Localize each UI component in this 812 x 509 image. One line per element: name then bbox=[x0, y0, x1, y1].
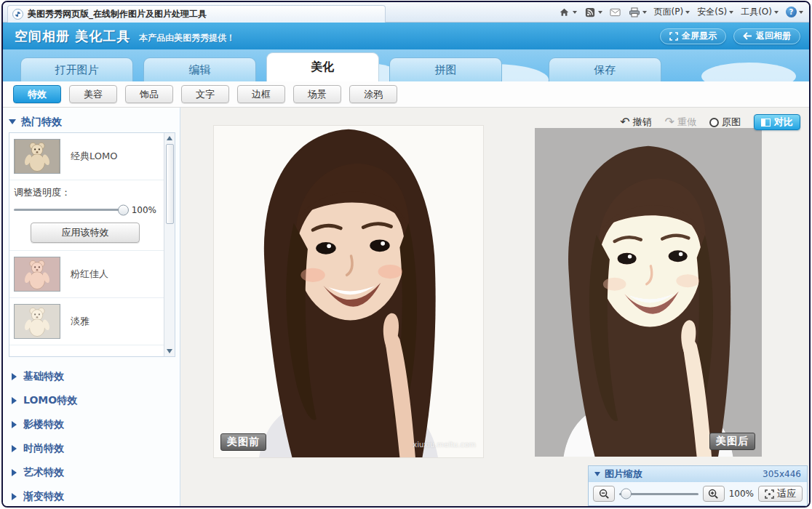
editor-canvas: ↶ 撤销 ↷ 重做 原图 对比 bbox=[180, 108, 809, 508]
print-button[interactable] bbox=[629, 7, 647, 17]
tool-doodle-button[interactable]: 涂鸦 bbox=[349, 85, 397, 103]
feeds-button[interactable] bbox=[584, 7, 602, 17]
home-icon bbox=[559, 7, 570, 17]
home-caret-icon bbox=[573, 11, 577, 14]
home-button[interactable] bbox=[559, 7, 577, 17]
category-label: LOMO特效 bbox=[23, 394, 77, 407]
beautify-toolbar: 特效 美容 饰品 文字 边框 场景 涂鸦 bbox=[3, 81, 809, 108]
main-tabbar: 打开图片 编辑 美化 拼图 保存 bbox=[3, 49, 809, 81]
effect-categories: 基础特效 LOMO特效 影楼特效 时尚特效 艺术特效 bbox=[9, 357, 175, 508]
menu-tools-label: 工具(O) bbox=[741, 6, 772, 18]
menu-page-label: 页面(P) bbox=[654, 6, 684, 18]
undo-icon: ↶ bbox=[620, 116, 629, 128]
menu-security[interactable]: 安全(S) bbox=[697, 6, 733, 18]
compare-label: 对比 bbox=[774, 116, 793, 129]
canvas-controls: ↶ 撤销 ↷ 重做 原图 对比 bbox=[620, 114, 800, 130]
compare-button[interactable]: 对比 bbox=[754, 114, 800, 130]
category-basic-effects[interactable]: 基础特效 bbox=[12, 364, 174, 388]
scroll-up-icon[interactable] bbox=[165, 133, 175, 143]
fullscreen-label: 全屏显示 bbox=[682, 30, 717, 42]
browser-tab[interactable]: 美图秀秀网页版_在线制作图片及图片处理工具 bbox=[7, 5, 386, 23]
tool-scene-button[interactable]: 场景 bbox=[293, 85, 341, 103]
category-label: 艺术特效 bbox=[23, 466, 64, 479]
zoom-out-button[interactable] bbox=[593, 486, 615, 502]
fullscreen-button[interactable]: 全屏显示 bbox=[660, 28, 726, 44]
tools-caret-icon bbox=[774, 11, 779, 14]
category-label: 基础特效 bbox=[23, 370, 64, 383]
page-title: 美图秀秀网页版_在线制作图片及图片处理工具 bbox=[28, 8, 207, 20]
effect-thumbnail bbox=[14, 304, 60, 339]
photo-before[interactable]: 美图前 xiuxiu.meitu.com bbox=[213, 125, 484, 458]
scroll-down-icon[interactable] bbox=[165, 346, 175, 356]
effect-name: 经典LOMO bbox=[71, 150, 117, 163]
effects-sidebar: 热门特效 经典LOMO 调整透明度： bbox=[3, 108, 180, 508]
browser-command-bar: 页面(P) 安全(S) 工具(O) ? bbox=[559, 6, 803, 18]
chevron-right-icon bbox=[12, 421, 17, 428]
watermark-text: xiuxiu.meitu.com bbox=[413, 441, 476, 449]
category-label: 时尚特效 bbox=[23, 442, 64, 455]
help-button[interactable]: ? bbox=[786, 7, 803, 17]
category-label: 影楼特效 bbox=[23, 418, 64, 431]
fit-label: 适应 bbox=[777, 487, 796, 500]
back-to-album-button[interactable]: 返回相册 bbox=[733, 28, 800, 44]
mail-icon bbox=[610, 7, 621, 17]
fit-button[interactable]: 适应 bbox=[758, 486, 803, 502]
category-studio-effects[interactable]: 影楼特效 bbox=[12, 412, 174, 436]
category-gradient-effects[interactable]: 渐变特效 bbox=[12, 484, 174, 508]
menu-tools[interactable]: 工具(O) bbox=[741, 6, 779, 18]
category-fashion-effects[interactable]: 时尚特效 bbox=[12, 436, 174, 460]
mail-button[interactable] bbox=[610, 7, 621, 17]
tab-open-image[interactable]: 打开图片 bbox=[20, 57, 133, 81]
category-art-effects[interactable]: 艺术特效 bbox=[12, 460, 174, 484]
chevron-down-icon bbox=[9, 119, 16, 124]
after-badge: 美图后 bbox=[709, 433, 755, 450]
zoom-in-icon bbox=[708, 489, 719, 500]
opacity-control: 调整透明度： 100% 应用该特效 bbox=[9, 180, 164, 251]
zoom-in-button[interactable] bbox=[703, 486, 725, 502]
tab-save[interactable]: 保存 bbox=[549, 57, 661, 81]
tab-beautify[interactable]: 美化 bbox=[266, 52, 379, 81]
redo-button[interactable]: ↷ 重做 bbox=[665, 116, 696, 129]
zoom-slider[interactable] bbox=[619, 493, 698, 495]
content-area: 热门特效 经典LOMO 调整透明度： bbox=[3, 108, 809, 508]
category-label: 渐变特效 bbox=[23, 490, 64, 503]
scrollbar-thumb[interactable] bbox=[166, 144, 174, 224]
effect-item-pink-lady[interactable]: 粉红佳人 bbox=[9, 251, 164, 298]
tool-effects-button[interactable]: 特效 bbox=[13, 85, 61, 103]
opacity-slider[interactable] bbox=[14, 209, 127, 211]
zoom-slider-handle[interactable] bbox=[621, 489, 632, 500]
opacity-label: 调整透明度： bbox=[14, 186, 156, 199]
photo-after[interactable]: 美图后 bbox=[535, 128, 762, 457]
effect-name: 粉红佳人 bbox=[71, 268, 108, 281]
back-label: 返回相册 bbox=[756, 30, 791, 42]
page: 美图秀秀网页版_在线制作图片及图片处理工具 页面(P) bbox=[0, 0, 812, 509]
zoom-out-icon bbox=[599, 489, 610, 500]
effects-list-panel: 经典LOMO 调整透明度： 100% 应用该特效 bbox=[9, 132, 175, 357]
app-header: 空间相册 美化工具 本产品由美图秀秀提供！ 全屏显示 返回相册 bbox=[3, 23, 809, 49]
effect-item-classic-lomo[interactable]: 经典LOMO bbox=[9, 133, 164, 180]
effect-item-elegant[interactable]: 淡雅 bbox=[9, 298, 164, 345]
image-zoom-panel: 图片缩放 305x446 100% bbox=[588, 465, 808, 506]
print-caret-icon bbox=[642, 11, 647, 14]
undo-button[interactable]: ↶ 撤销 bbox=[620, 116, 651, 129]
tool-beauty-button[interactable]: 美容 bbox=[69, 85, 117, 103]
menu-page[interactable]: 页面(P) bbox=[654, 6, 690, 18]
tab-edit[interactable]: 编辑 bbox=[143, 57, 256, 81]
tool-accessory-button[interactable]: 饰品 bbox=[125, 85, 173, 103]
effect-name: 淡雅 bbox=[71, 315, 89, 328]
effects-scrollbar[interactable] bbox=[164, 133, 175, 356]
opacity-slider-handle[interactable] bbox=[118, 204, 129, 215]
original-label: 原图 bbox=[722, 116, 741, 129]
category-lomo-effects[interactable]: LOMO特效 bbox=[12, 388, 174, 412]
section-hot-effects[interactable]: 热门特效 bbox=[9, 112, 175, 132]
tool-border-button[interactable]: 边框 bbox=[237, 85, 285, 103]
chevron-right-icon bbox=[12, 373, 17, 380]
chevron-right-icon bbox=[12, 397, 17, 404]
tool-text-button[interactable]: 文字 bbox=[181, 85, 229, 103]
app-subtitle: 本产品由美图秀秀提供！ bbox=[139, 32, 235, 44]
original-image-toggle[interactable]: 原图 bbox=[709, 116, 741, 129]
tab-collage[interactable]: 拼图 bbox=[389, 57, 502, 81]
feeds-caret-icon bbox=[598, 11, 602, 14]
apply-effect-button[interactable]: 应用该特效 bbox=[31, 223, 140, 243]
zoom-value: 100% bbox=[729, 489, 754, 499]
